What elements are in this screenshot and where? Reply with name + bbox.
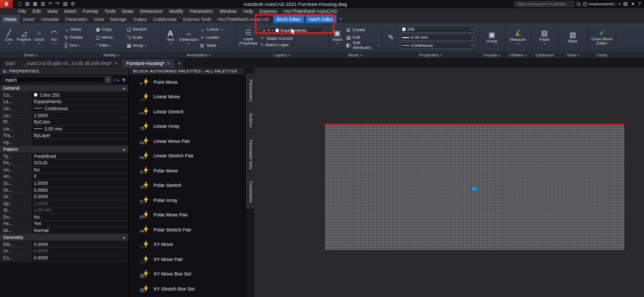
property-value[interactable]: 0.0000 <box>31 187 128 193</box>
palette-tab-actions[interactable]: Actions <box>246 108 254 133</box>
tab-manage[interactable]: Manage <box>107 15 130 23</box>
property-value[interactable]: 1.0000 <box>31 200 128 207</box>
match-layer-button[interactable]: ≈Match Layer <box>261 41 326 48</box>
select-objects-icon[interactable]: ▹ <box>118 77 120 83</box>
new-file-icon[interactable]: ▢ <box>16 0 23 8</box>
edit-attributes-button[interactable]: ◧Edit Attributes▾ <box>346 42 380 48</box>
tab-home[interactable]: Home <box>1 15 20 23</box>
property-value[interactable]: 1.00 mm <box>31 207 128 214</box>
doc-tab-furniture-housing[interactable]: Furniture-Housing*× <box>122 59 174 68</box>
scale-button[interactable]: ◹Scale <box>126 35 157 40</box>
close-block-editor-button[interactable]: ✔ Close Block Editor <box>590 29 614 46</box>
tab-block-editor[interactable]: Block Editor <box>273 15 304 23</box>
menu-item-file[interactable]: File <box>15 8 30 15</box>
menu-item-format[interactable]: Format <box>79 8 101 15</box>
new-tab-button[interactable]: + <box>175 59 184 68</box>
property-value[interactable]: 0.0000 <box>31 241 128 248</box>
arc-button[interactable]: ◠Arc▾ <box>47 30 61 45</box>
line-button[interactable]: ╱Line▾ <box>2 30 16 45</box>
hatch-object[interactable] <box>325 124 624 250</box>
workspace-icon[interactable]: ⚙ <box>70 0 76 8</box>
panel-label-block[interactable]: Block▾ <box>328 52 382 58</box>
panel-label-modify[interactable]: Modify▾ <box>62 52 161 58</box>
rotate-button[interactable]: ↻Rotate <box>63 35 94 40</box>
stretch-button[interactable]: ◲Stretch <box>126 27 157 32</box>
palette-tool-xy-move[interactable]: ∟XY Move <box>129 237 245 252</box>
layer-dropdown[interactable]: ● ☀ ▪ Equipamiento ▾ <box>261 27 326 34</box>
doc-tab-start[interactable]: Start <box>1 59 19 68</box>
panel-label-draw[interactable]: Draw▾ <box>0 52 61 58</box>
user-label[interactable]: hoanvuminh2.. <box>589 2 617 6</box>
property-value[interactable]: 0.6000 <box>31 248 128 254</box>
save-icon[interactable]: ▦ <box>32 0 39 8</box>
property-value[interactable]: ByColor <box>31 119 128 125</box>
palette-tool-xy-stretch-box-set[interactable]: ⊞XY Stretch Box Set <box>129 281 245 296</box>
menu-item-dimension[interactable]: Dimension <box>136 8 166 15</box>
object-color-dropdown[interactable]: 255 ▾ <box>400 26 475 33</box>
tab-collaborate[interactable]: Collaborate <box>150 15 180 23</box>
block-authoring-palette-header[interactable]: BLOCK AUTHORING PALETTES - ALL PALETTES <box>129 68 245 75</box>
property-value[interactable]: Continuous <box>31 105 128 112</box>
property-value[interactable]: Yes <box>31 221 128 227</box>
linear-button[interactable]: ↔Linear▾ <box>200 26 222 33</box>
doc-tab-autocad-t-i-gi-n-v3-x3-t-c-tri-n-khai[interactable]: _AutoCAD tối giản v3...x3 tốc độ triển k… <box>20 59 121 68</box>
mirror-button[interactable]: ◫Mirror <box>94 35 126 40</box>
lineweight-dropdown[interactable]: 0.00 mm ▾ <box>400 34 475 41</box>
trim-button[interactable]: ╳Trim▾ <box>63 43 94 48</box>
property-value[interactable]: 0.0000 <box>31 193 128 200</box>
palette-tool-polar-move[interactable]: ↻Polar Move <box>129 163 245 178</box>
chevron-down-icon[interactable]: ▾ <box>619 2 621 6</box>
palette-tool-xy-move-pair[interactable]: ∟XY Move Pair <box>129 252 245 267</box>
plot-icon[interactable]: ▨ <box>62 0 69 8</box>
text-button[interactable]: A Text ▾ <box>163 30 178 45</box>
property-value[interactable]: No <box>31 214 128 220</box>
create-button[interactable]: ⊞Create <box>346 27 380 33</box>
palette-tool-polar-array[interactable]: ↻Polar Array <box>129 193 245 208</box>
menu-item-help[interactable]: Help <box>240 8 257 15</box>
make-current-button[interactable]: ✓Make Current <box>261 35 326 41</box>
close-tab-icon[interactable]: × <box>114 61 117 66</box>
menu-item-tools[interactable]: Tools <box>101 8 119 15</box>
circle-button[interactable]: ○Circle▾ <box>32 30 46 45</box>
tab-view[interactable]: View <box>91 15 107 23</box>
insert-button[interactable]: ▣ Insert ▾ <box>330 30 345 45</box>
property-value[interactable]: Normal <box>31 227 128 234</box>
menu-item-view[interactable]: View <box>44 8 61 15</box>
property-value[interactable]: 0.6000 <box>31 255 128 261</box>
print-icon[interactable]: ▥ <box>40 0 47 8</box>
base-button[interactable]: ▧ Base <box>566 31 580 44</box>
ribbon-minimize-icon[interactable]: ▾ <box>336 15 345 23</box>
undo-icon[interactable]: ↶ <box>47 0 54 8</box>
tab-insert[interactable]: Insert <box>20 15 38 23</box>
panel-label-layers[interactable]: Layers▾ <box>236 52 328 58</box>
layer-properties-button[interactable]: ☰ Layer Properties <box>238 29 259 46</box>
panel-label-groups[interactable]: Groups▾ <box>479 52 504 58</box>
property-value[interactable]: SOLID <box>31 160 128 166</box>
property-value[interactable]: No <box>31 166 128 173</box>
app-logo[interactable]: A <box>0 0 13 8</box>
grip-handle[interactable] <box>472 186 477 192</box>
search-icon[interactable] <box>576 2 581 7</box>
menu-item-modify[interactable]: Modify <box>166 8 187 15</box>
palette-tool-polar-stretch[interactable]: ↺Polar Stretch <box>129 178 245 193</box>
palette-tool-linear-move[interactable]: ↔Linear Move <box>129 90 245 105</box>
help-icon[interactable]: ? <box>637 0 642 8</box>
panel-label-close[interactable]: Close <box>588 52 616 58</box>
open-file-icon[interactable]: ▧ <box>24 0 31 8</box>
palette-tool-linear-stretch[interactable]: ↦Linear Stretch <box>129 104 245 119</box>
section-header-geometry[interactable]: Geometry▴ <box>0 234 128 241</box>
fillet-button[interactable]: ◜Fillet▾ <box>94 43 126 48</box>
palette-tool-polar-move-pair[interactable]: ⇄Polar Move Pair <box>129 208 245 223</box>
panel-label-annotation[interactable]: Annotation▾ <box>162 52 236 58</box>
menu-item-draw[interactable]: Draw <box>119 8 136 15</box>
palette-tool-point-move[interactable]: +Point Move <box>129 75 245 90</box>
pickadd-toggle-icon[interactable]: ↕ <box>113 77 116 83</box>
user-icon[interactable] <box>583 2 587 6</box>
match-properties-button[interactable]: ✎ <box>384 34 398 41</box>
properties-palette-header[interactable]: ▤ PROPERTIES <box>0 68 128 75</box>
group-button[interactable]: ▣ Group <box>485 31 499 44</box>
cart-icon[interactable]: ▤ <box>622 0 629 8</box>
search-input[interactable] <box>514 1 574 7</box>
object-type-selector[interactable]: Hatch ▾ <box>2 76 111 83</box>
section-header-pattern[interactable]: Pattern▴ <box>0 146 128 153</box>
